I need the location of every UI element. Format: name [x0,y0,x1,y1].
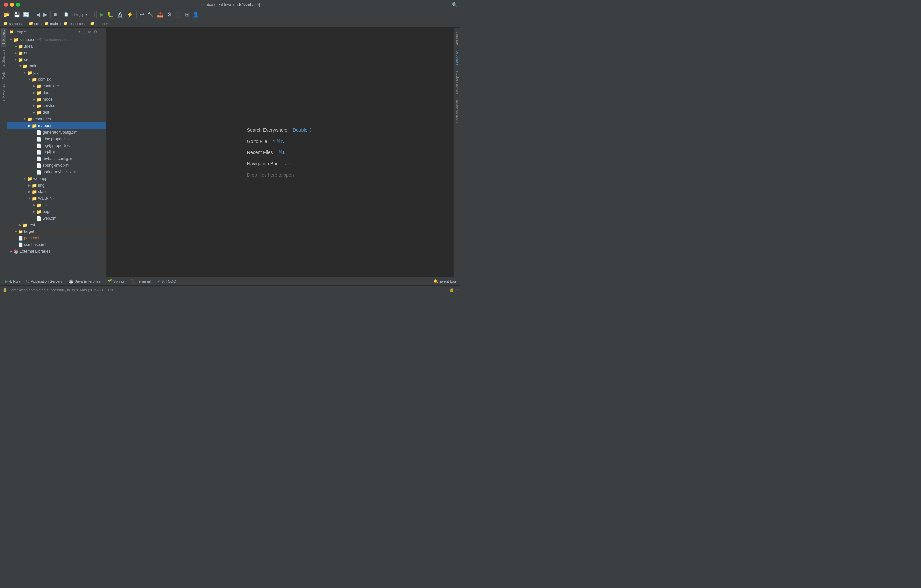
settings-btn[interactable]: ⚙ [166,11,173,18]
app-servers-label: Application Servers [31,279,62,283]
run-tab-label: 4: Run [9,279,20,283]
terminal-tab[interactable]: ⬛ Terminal [128,278,153,284]
tree-item-img[interactable]: ▶ 📁 img [7,182,106,188]
bottom-tabs-bar: ▶ 4: Run ⬡ Application Servers ☕ Java En… [0,277,460,286]
bean-validation-tab[interactable]: Bean Validation [454,97,460,125]
tree-item-page[interactable]: ▶ 📁 page [7,208,106,215]
spring-label: Spring [114,279,124,283]
tree-item-src[interactable]: ▼ 📁 src [7,56,106,63]
maven-projects-tab[interactable]: Maven Projects [454,68,460,97]
save-btn[interactable]: 💾 [12,11,21,18]
locate-icon[interactable]: ⊕ [87,29,92,35]
debug-btn[interactable]: 🐛 [106,11,115,18]
structure-btn[interactable]: ≡ [52,11,58,18]
current-file-label[interactable]: 📄 index.jsp ▾ [62,11,94,17]
tree-item-pom[interactable]: ▶ 📄 pom.xml [7,235,106,241]
collapse-all-icon[interactable]: ⊟ [82,29,86,35]
breadcrumb-resources[interactable]: 📁 resources [62,21,86,26]
panel-arrow: ▾ [78,30,80,34]
tree-item-webinf[interactable]: ▼ 📁 WEB-INF [7,195,106,202]
window-controls[interactable] [4,3,20,6]
tree-item-ssmbase[interactable]: ▼ 📁 ssmbase ~/Downloads/ssmbase [7,36,106,43]
tree-item-target[interactable]: ▶ 📁 target [7,228,106,235]
minimize-button[interactable] [10,3,14,6]
go-to-file-shortcut: ⇧⌘N [272,136,284,146]
search-icon[interactable]: 🔍 [452,2,457,7]
maximize-button[interactable] [16,3,20,6]
tree-item-spring-mybatis[interactable]: ▶ 📄 spring-mybatis.xml [7,169,106,175]
recent-files-item[interactable]: Recent Files ⌘E [247,148,312,157]
tree-item-lib[interactable]: ▶ 📁 lib [7,202,106,208]
panel-header: 📁 Project ▾ ⊟ ⊕ ⚙ — [7,28,106,36]
tree-item-log4j-xml[interactable]: ▶ 📄 log4j.xml [7,149,106,156]
tree-item-test-src[interactable]: ▶ 📁 test [7,222,106,228]
help-icon[interactable]: ? [456,288,458,292]
tree-item-service[interactable]: ▶ 📁 service [7,102,106,109]
profile-btn[interactable]: ⚡ [125,11,135,18]
tree-item-webapp[interactable]: ▼ 📁 webapp [7,175,106,182]
tree-item-controller[interactable]: ▶ 📁 controller [7,83,106,89]
event-log-tab[interactable]: 🔔 Event Log [431,278,459,284]
app-servers-tab[interactable]: ⬡ Application Servers [23,278,65,284]
project-tab[interactable]: 1: Project [1,28,6,47]
tree-item-model[interactable]: ▶ 📁 model [7,96,106,102]
navigation-bar-shortcut: ⌥↑ [283,159,290,168]
run-tab[interactable]: ▶ 4: Run [2,278,22,284]
navigation-bar-item[interactable]: Navigation Bar ⌥↑ [247,159,312,168]
run-btn[interactable]: ▶ [98,11,105,18]
terminal-btn-tool[interactable]: ⬛ [174,11,183,18]
open-folder-btn[interactable]: 📂 [2,11,11,18]
tree-item-mybatis-config[interactable]: ▶ 📄 mybatis-config.xml [7,156,106,162]
structure-tab[interactable]: 2: Structure [1,47,6,70]
recent-files-label: Recent Files [247,148,273,157]
go-to-file-item[interactable]: Go to File ⇧⌘N [247,136,312,146]
build-btn[interactable]: 🔨 [146,11,155,18]
coverage-btn[interactable]: 🔬 [116,11,125,18]
settings-panel-icon[interactable]: ⚙ [93,29,98,35]
tree-item-web-xml[interactable]: ▶ 📄 web.xml [7,215,106,222]
tree-item-resources[interactable]: ▼ 📁 resources [7,116,106,122]
tree-item-log4j-props[interactable]: ▶ 📄 log4j.properties [7,142,106,149]
database-tab[interactable]: Database [454,48,460,68]
close-button[interactable] [4,3,8,6]
more-btn[interactable]: ⊞ [184,11,190,18]
deploy-btn[interactable]: 📤 [156,11,165,18]
tree-item-comzx[interactable]: ▼ 📁 com.zx [7,76,106,83]
toolbar: 📂 💾 🔄 ◀ ▶ ≡ 📄 index.jsp ▾ ▶ 🐛 🔬 ⚡ ↩ 🔨 📤 … [0,9,460,20]
java-enterprise-tab[interactable]: ☕ Java Enterprise [66,278,103,284]
spring-tab[interactable]: 🌱 Spring [104,278,127,284]
status-bar-right: 🔒 ? [449,288,458,292]
tree-item-dao[interactable]: ▶ 📁 dao [7,89,106,96]
undo-btn[interactable]: ↩ [138,11,145,18]
tree-item-external-libraries[interactable]: ▶ 📚 External Libraries [7,248,106,255]
tree-item-java[interactable]: ▼ 📁 java [7,70,106,76]
back-btn[interactable]: ◀ [35,11,41,18]
web-tab[interactable]: Web [1,70,6,81]
tree-item-mapper[interactable]: ▶ 📁 mapper [7,122,106,129]
ant-build-tab[interactable]: Ant Build [454,29,460,48]
favorites-tab[interactable]: 2: Favorites [1,81,6,104]
tree-item-out[interactable]: ▶ 📁 out [7,50,106,56]
breadcrumb-main[interactable]: 📁 main [43,21,59,26]
folder-icon-main: 📁 [44,21,49,26]
tree-item-test-java[interactable]: ▶ 📁 test [7,109,106,116]
tree-item-iml[interactable]: ▶ 📄 ssmbase.iml [7,241,106,248]
breadcrumb-ssmbase[interactable]: 📁 ssmbase [2,21,25,26]
todo-tab[interactable]: ✓ 6: TODO [155,278,179,284]
user-btn[interactable]: 👤 [191,11,200,18]
sync-btn[interactable]: 🔄 [22,11,31,18]
tree-item-generatorconfig[interactable]: ▶ 📄 generatorConfig.xml [7,129,106,136]
content-area: Search Everywhere Double ⇧ Go to File ⇧⌘… [107,28,453,277]
breadcrumb-mapper[interactable]: 📁 mapper [89,21,109,26]
tree-item-static[interactable]: ▶ 📁 static [7,188,106,195]
search-everywhere-item[interactable]: Search Everywhere Double ⇧ [247,125,312,135]
tree-item-idea[interactable]: ▶ 📁 .idea [7,43,106,50]
tree-item-spring-mvc[interactable]: ▶ 📄 spring-mvc.xml [7,162,106,169]
hide-panel-icon[interactable]: — [99,29,104,35]
forward-btn[interactable]: ▶ [42,11,49,18]
lock-status-icon: 🔒 [449,288,454,292]
tree-item-jdbc-props[interactable]: ▶ 📄 jdbc.properties [7,136,106,142]
lock-icon: 🔒 [3,288,7,292]
tree-item-main[interactable]: ▼ 📁 main [7,63,106,70]
breadcrumb-src[interactable]: 📁 src [28,21,41,26]
